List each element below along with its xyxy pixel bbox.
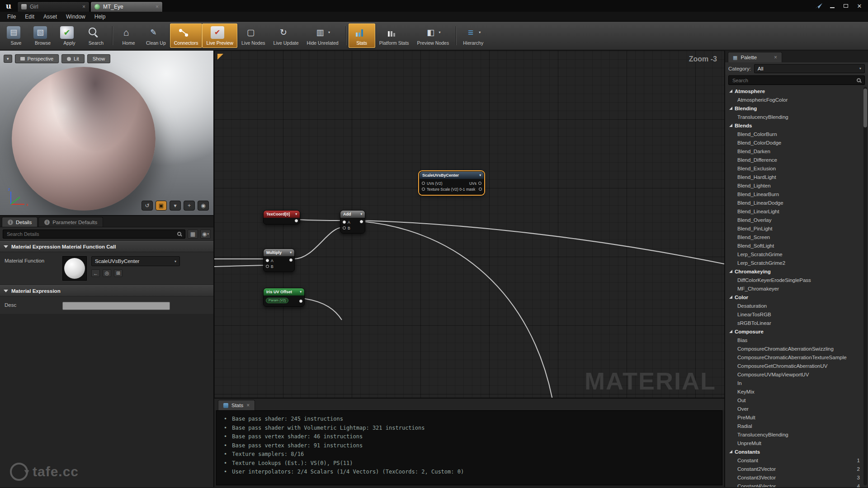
chevron-down-icon[interactable]: ▾: [328, 30, 332, 34]
palette-row[interactable]: ComposureChromaticAberrationSwizzling: [725, 344, 863, 353]
node-header[interactable]: Multiply ▾: [264, 249, 294, 256]
palette-row[interactable]: Over: [725, 404, 863, 413]
palette-row[interactable]: TranslucencyBlending: [725, 430, 863, 439]
palette-row[interactable]: Constant 1: [725, 456, 863, 465]
palette-scrollbar-thumb[interactable]: [863, 89, 867, 127]
output-pin[interactable]: [289, 258, 292, 262]
browse-to-asset-icon[interactable]: ◎: [103, 269, 111, 277]
palette-row[interactable]: Composure: [725, 327, 863, 336]
tab-details[interactable]: Details: [2, 217, 38, 227]
palette-row[interactable]: PreMult: [725, 413, 863, 422]
node-multiply[interactable]: Multiply ▾ A B: [263, 249, 295, 272]
show-button[interactable]: Show: [87, 54, 111, 63]
lit-button[interactable]: Lit: [61, 54, 85, 63]
palette-row[interactable]: Lerp_ScratchGrime2: [725, 258, 863, 267]
palette-row[interactable]: Blend_Darken: [725, 147, 863, 155]
toolbar-button[interactable]: [112, 26, 113, 45]
toolbar-button[interactable]: Clean Up: [142, 23, 170, 48]
chevron-down-icon[interactable]: ▾: [479, 30, 482, 34]
material-function-dropdown[interactable]: ScaleUVsByCenter ▾: [91, 256, 180, 266]
palette-row[interactable]: Constant4Vector 4: [725, 482, 863, 487]
close-icon[interactable]: [82, 4, 85, 9]
toolbar-button[interactable]: Home: [115, 23, 142, 48]
palette-row[interactable]: Blend_LinearLight: [725, 207, 863, 216]
maximize-button[interactable]: [839, 2, 853, 10]
palette-row[interactable]: Chromakeying: [725, 267, 863, 276]
menu-item[interactable]: Help: [90, 13, 110, 21]
palette-row[interactable]: Constant3Vector 3: [725, 473, 863, 482]
toolbar-button[interactable]: Save: [3, 23, 29, 48]
toolbar-button[interactable]: ▾ Hide Unrelated: [303, 23, 343, 48]
chevron-down-icon[interactable]: ▾: [290, 251, 292, 254]
palette-row[interactable]: Blend_Screen: [725, 233, 863, 241]
palette-row[interactable]: Blend_ColorBurn: [725, 130, 863, 138]
toolbar-button[interactable]: Connectors: [170, 23, 203, 48]
minimize-button[interactable]: [826, 2, 839, 10]
toolbar-button[interactable]: Browse: [29, 23, 56, 48]
menu-item[interactable]: File: [3, 13, 20, 21]
palette-row[interactable]: UnpreMult: [725, 439, 863, 447]
tab-stats[interactable]: Stats: [218, 400, 255, 410]
node-texcoord[interactable]: TexCoord[0] ▾: [263, 210, 300, 225]
toolbar-button[interactable]: Search: [83, 23, 109, 48]
palette-row[interactable]: Constants: [725, 447, 863, 456]
palette-row[interactable]: DiffColorKeyerErodeSinglePass: [725, 276, 863, 284]
palette-row[interactable]: MF_Chromakeyer: [725, 284, 863, 293]
tab-parameter-defaults[interactable]: Parameter Defaults: [38, 217, 103, 227]
close-icon[interactable]: [156, 4, 159, 9]
toolbar-button[interactable]: Platform Stats: [375, 23, 413, 48]
viewport-options-button[interactable]: ▾: [4, 55, 12, 63]
palette-row[interactable]: sRGBToLinear: [725, 319, 863, 327]
toolbar-button[interactable]: Apply: [56, 23, 83, 48]
shape-toggle-icon[interactable]: ▣: [156, 201, 167, 211]
palette-row[interactable]: Blend_ColorDodge: [725, 138, 863, 147]
tab-palette[interactable]: Palette: [728, 52, 782, 62]
palette-row[interactable]: Blend_PinLight: [725, 224, 863, 233]
palette-row[interactable]: Blend_Difference: [725, 155, 863, 164]
toolbar-button[interactable]: ▾ Preview Nodes: [413, 23, 453, 48]
palette-scrollbar-track[interactable]: [863, 87, 867, 485]
chevron-down-icon[interactable]: ▾: [300, 290, 302, 294]
close-icon[interactable]: [246, 403, 250, 408]
window-tab[interactable]: MT_Eye: [90, 1, 163, 12]
node-header[interactable]: Iris UV Offset ▾: [264, 288, 304, 296]
palette-row[interactable]: ComposureGetChromaticAberrationUV: [725, 361, 863, 370]
palette-row[interactable]: Atmosphere: [725, 87, 863, 95]
details-search-input[interactable]: [7, 231, 175, 237]
camera-preset-icon[interactable]: ◉: [198, 201, 209, 211]
palette-search-input[interactable]: [732, 78, 854, 83]
output-pin[interactable]: [479, 188, 482, 191]
toolbar-button[interactable]: [456, 26, 456, 45]
palette-row[interactable]: Radial: [725, 422, 863, 430]
node-header[interactable]: Add ▾: [340, 211, 365, 218]
toolbar-button[interactable]: Live Preview: [202, 23, 237, 48]
close-window-button[interactable]: ✕: [853, 2, 866, 10]
node-header[interactable]: TexCoord[0] ▾: [264, 211, 300, 218]
palette-search-box[interactable]: [728, 75, 865, 85]
palette-row[interactable]: Constant2Vector 2: [725, 465, 863, 473]
use-selected-icon[interactable]: ←: [91, 269, 100, 277]
section-material-expression[interactable]: Material Expression: [0, 285, 213, 296]
palette-row[interactable]: ComposureChromaticAberrationTextureSampl…: [725, 353, 863, 361]
palette-row[interactable]: Blends: [725, 121, 863, 130]
output-pin[interactable]: [360, 220, 363, 223]
material-graph-canvas[interactable]: Zoom -3 MATERIAL ScaleUVsByCenter ▾: [214, 51, 724, 399]
palette-row[interactable]: TranslucencyBlending: [725, 113, 863, 121]
rotate-view-icon[interactable]: ↺: [142, 201, 153, 211]
toolbar-button[interactable]: [345, 26, 346, 45]
palette-row[interactable]: Blend_LinearBurn: [725, 190, 863, 198]
chevron-down-icon[interactable]: ▾: [295, 212, 297, 216]
palette-row[interactable]: Blend_LinearDodge: [725, 198, 863, 207]
palette-row[interactable]: KeyMix: [725, 387, 863, 396]
node-iris-uv-offset[interactable]: Iris UV Offset ▾ Param (V2): [263, 288, 305, 307]
perspective-button[interactable]: Perspective: [15, 54, 59, 63]
output-pin[interactable]: [295, 219, 298, 222]
menu-item[interactable]: Window: [61, 13, 90, 21]
toolbar-button[interactable]: Live Nodes: [237, 23, 269, 48]
palette-row[interactable]: Blend_SoftLight: [725, 241, 863, 250]
palette-row[interactable]: Blending: [725, 104, 863, 113]
palette-row[interactable]: Blend_Exclusion: [725, 164, 863, 173]
node-header[interactable]: ScaleUVsByCenter ▾: [420, 172, 484, 179]
output-pin[interactable]: [478, 182, 481, 185]
chevron-down-icon[interactable]: ▾: [360, 212, 362, 216]
